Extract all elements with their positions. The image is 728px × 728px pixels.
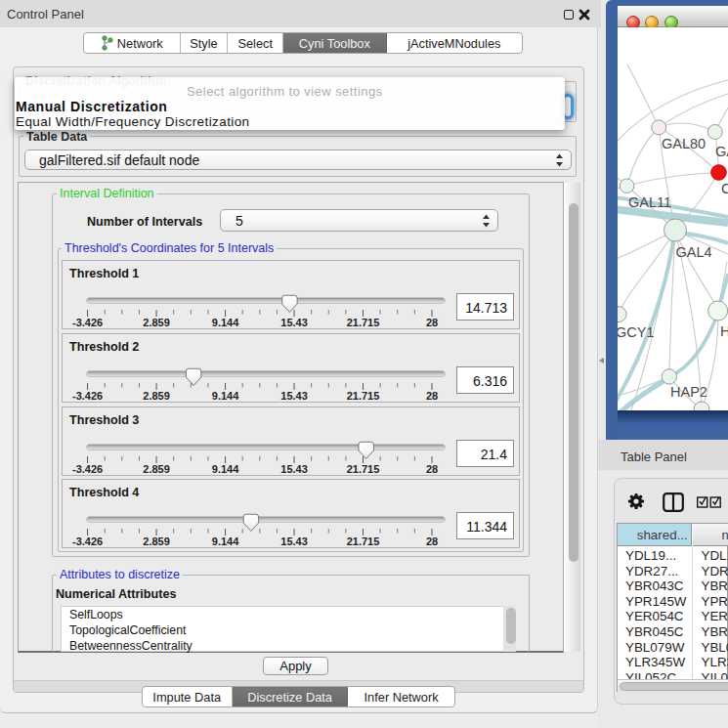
- svg-text:-3.426: -3.426: [72, 463, 103, 475]
- svg-text:28: 28: [426, 317, 438, 328]
- svg-text:9.144: 9.144: [212, 390, 239, 402]
- svg-text:HAP2: HAP2: [670, 384, 707, 400]
- svg-text:15.43: 15.43: [280, 390, 308, 402]
- svg-text:21.715: 21.715: [347, 535, 380, 547]
- svg-text:9.144: 9.144: [212, 317, 239, 328]
- svg-text:GCY1: GCY1: [618, 324, 655, 340]
- svg-text:28: 28: [426, 390, 438, 402]
- svg-text:2.859: 2.859: [143, 390, 170, 402]
- svg-text:C: C: [721, 181, 728, 196]
- svg-text:GAL4: GAL4: [676, 244, 712, 260]
- svg-text:28: 28: [426, 463, 438, 475]
- svg-text:GAL11: GAL11: [628, 194, 671, 210]
- svg-text:15.43: 15.43: [280, 535, 308, 547]
- svg-text:-3.426: -3.426: [72, 535, 103, 547]
- svg-text:-3.426: -3.426: [72, 317, 103, 328]
- svg-text:9.144: 9.144: [212, 463, 239, 475]
- svg-text:GA: GA: [715, 144, 728, 159]
- svg-text:21.715: 21.715: [347, 463, 380, 475]
- svg-text:21.715: 21.715: [347, 317, 380, 328]
- svg-text:15.43: 15.43: [280, 463, 308, 475]
- svg-text:2.859: 2.859: [143, 535, 170, 547]
- svg-text:28: 28: [426, 535, 438, 547]
- svg-text:2.859: 2.859: [143, 317, 170, 328]
- svg-text:15.43: 15.43: [280, 317, 308, 328]
- svg-text:9.144: 9.144: [212, 535, 239, 547]
- svg-text:H: H: [720, 323, 728, 339]
- svg-text:21.715: 21.715: [347, 390, 380, 402]
- svg-text:GAL80: GAL80: [662, 136, 706, 151]
- svg-text:2.859: 2.859: [143, 463, 170, 475]
- svg-text:-3.426: -3.426: [72, 390, 103, 402]
